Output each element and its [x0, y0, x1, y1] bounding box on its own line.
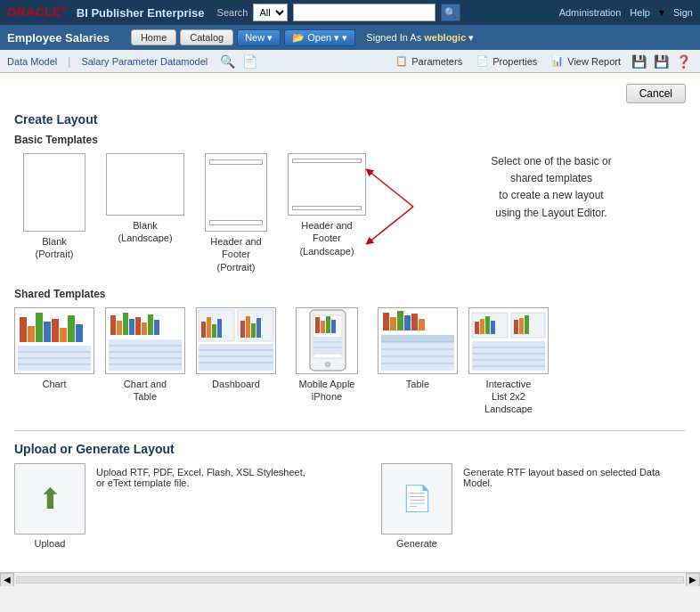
upload-box[interactable]: ⬆	[14, 463, 85, 534]
svg-rect-37	[199, 344, 273, 371]
svg-rect-52	[390, 317, 396, 330]
chart-and-table-label: Chart andTable	[124, 378, 167, 404]
svg-rect-71	[525, 315, 529, 334]
template-mobile-apple-iphone[interactable]: Mobile AppleiPhone	[287, 307, 367, 404]
svg-rect-31	[212, 324, 216, 338]
cancel-button[interactable]: Cancel	[626, 84, 686, 103]
svg-rect-5	[44, 322, 51, 342]
template-hf-landscape[interactable]: Header andFooter(Landscape)	[287, 153, 367, 257]
svg-point-50	[325, 362, 330, 367]
home-button[interactable]: Home	[131, 29, 176, 45]
administration-link[interactable]: Administration	[559, 7, 622, 18]
help-button[interactable]: ❓	[674, 55, 693, 68]
generate-box[interactable]: 📄	[381, 463, 452, 534]
svg-rect-16	[123, 313, 128, 335]
hf-landscape-footer-line	[292, 206, 362, 210]
sign-link[interactable]: Sign	[673, 7, 693, 18]
svg-rect-6	[52, 319, 59, 342]
tab-data-model[interactable]: Data Model	[7, 56, 57, 67]
annotation-arrows-svg	[360, 162, 467, 251]
svg-rect-20	[148, 314, 153, 335]
template-dashboard[interactable]: Dashboard	[196, 307, 276, 390]
svg-rect-22	[109, 339, 182, 371]
template-interactive-list[interactable]: InteractiveList 2x2Landscape	[468, 307, 549, 416]
svg-rect-29	[201, 322, 206, 338]
chart-thumbnail-svg	[15, 308, 94, 373]
second-nav-bar: Employee Salaries Home Catalog New 📂 Ope…	[0, 25, 700, 50]
save-as-button[interactable]: 💾	[652, 55, 671, 68]
svg-rect-35	[251, 323, 256, 338]
toolbar-right: 📋 Parameters 📄 Properties 📊 View Report …	[390, 55, 693, 68]
interactive-thumbnail-svg	[469, 308, 548, 373]
edit-datamodel-icon[interactable]: 📄	[240, 55, 259, 68]
table-preview	[378, 307, 458, 374]
svg-rect-69	[514, 320, 518, 334]
template-blank-portrait[interactable]: Blank(Portrait)	[14, 153, 94, 261]
blank-landscape-label: Blank(Landscape)	[118, 219, 172, 245]
oracle-logo: ORACLE®	[7, 5, 68, 19]
svg-rect-68	[491, 321, 495, 334]
interactive-list-label: InteractiveList 2x2Landscape	[484, 378, 533, 416]
cancel-row: Cancel	[14, 84, 686, 103]
create-layout-heading: Create Layout	[14, 112, 686, 126]
annotation-container: Select one of the basic orshared templat…	[404, 153, 640, 222]
svg-rect-7	[60, 328, 67, 342]
upload-item: ⬆ Upload Upload RTF, PDF, Excel, Flash, …	[14, 463, 310, 549]
hf-portrait-header-line	[209, 159, 263, 165]
template-blank-landscape[interactable]: Blank(Landscape)	[105, 153, 185, 245]
generate-description: Generate RTF layout based on selected Da…	[463, 463, 677, 488]
template-hf-portrait[interactable]: Header andFooter(Portrait)	[196, 153, 276, 273]
view-report-label[interactable]: View Report	[567, 56, 621, 67]
svg-rect-9	[76, 324, 83, 342]
bi-publisher-title: BI Publisher Enterprise	[77, 6, 205, 20]
upload-generate-heading: Upload or Generate Layout	[14, 442, 686, 456]
interactive-list-preview	[468, 307, 549, 374]
basic-templates-heading: Basic Templates	[14, 134, 686, 146]
svg-rect-54	[404, 315, 411, 330]
svg-rect-34	[246, 316, 250, 338]
tab-salary-datamodel[interactable]: Salary Parameter Datamodel	[81, 56, 208, 67]
scroll-left-button[interactable]: ◀	[0, 573, 14, 587]
scroll-track[interactable]	[16, 576, 684, 583]
dashboard-preview	[196, 307, 276, 374]
upload-arrow-icon: ⬆	[38, 482, 62, 516]
svg-rect-70	[519, 318, 524, 334]
save-button[interactable]: 💾	[630, 55, 648, 68]
scroll-right-button[interactable]: ▶	[686, 573, 700, 587]
svg-rect-21	[154, 320, 159, 335]
search-button[interactable]: 🔍	[441, 4, 460, 21]
top-nav-bar: ORACLE® BI Publisher Enterprise Search A…	[0, 0, 700, 25]
help-link[interactable]: Help	[630, 7, 650, 18]
svg-rect-32	[217, 319, 222, 338]
section-divider	[14, 430, 686, 431]
svg-rect-15	[117, 321, 122, 335]
dashboard-thumbnail-svg	[197, 308, 275, 373]
svg-rect-14	[110, 315, 116, 335]
hf-landscape-label: Header andFooter(Landscape)	[299, 219, 354, 257]
new-button[interactable]: New	[237, 29, 281, 46]
properties-label[interactable]: Properties	[492, 56, 537, 67]
main-content: Cancel Create Layout Basic Templates Bla…	[0, 73, 700, 572]
view-report-icon: 📊	[551, 55, 564, 67]
svg-rect-46	[331, 320, 336, 333]
properties-icon: 📄	[476, 55, 489, 67]
search-datamodel-icon[interactable]: 🔍	[218, 55, 237, 68]
signed-in-label: Signed In As weblogic ▾	[366, 32, 474, 44]
mobile-iphone-preview	[296, 307, 358, 374]
dashboard-label: Dashboard	[212, 378, 260, 390]
basic-templates-grid: Blank(Portrait) Blank(Landscape) Header …	[14, 153, 686, 273]
mobile-thumbnail-svg	[297, 308, 357, 373]
template-chart-and-table[interactable]: Chart andTable	[105, 307, 185, 404]
generate-item: 📄 Generate Generate RTF layout based on …	[381, 463, 677, 549]
chart-preview	[14, 307, 94, 374]
hf-portrait-footer-line	[209, 220, 263, 225]
catalog-button[interactable]: Catalog	[180, 29, 233, 45]
parameters-icon: 📋	[395, 55, 408, 67]
template-chart[interactable]: Chart	[14, 307, 94, 390]
search-scope-select[interactable]: All	[253, 4, 288, 21]
properties-section: 📄 Properties	[471, 55, 542, 67]
parameters-label[interactable]: Parameters	[411, 56, 462, 67]
open-button[interactable]: 📂 Open ▾	[284, 29, 355, 46]
template-table[interactable]: Table	[378, 307, 458, 390]
search-input[interactable]	[293, 4, 435, 21]
